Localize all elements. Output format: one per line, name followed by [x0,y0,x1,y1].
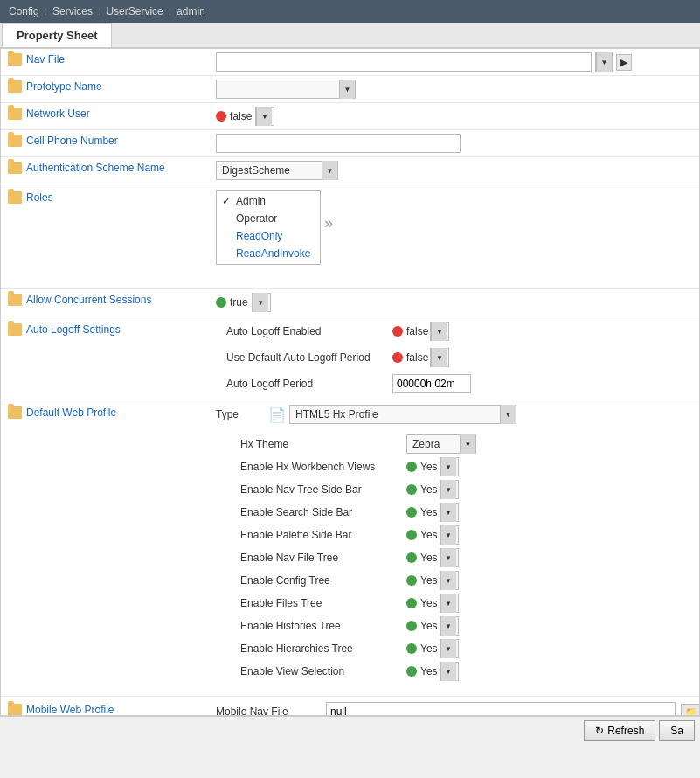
auto-logoff-label: Auto Logoff Settings [1,316,211,340]
network-user-row: Network User false ▼ [1,103,699,130]
nav-services[interactable]: Services [52,5,93,17]
enable-search-row: Enable Search Side Bar Yes ▼ [230,501,694,524]
enable-files-dot [406,598,417,608]
roles-dropdown-menu[interactable]: Admin Operator ReadOnly ReadAndInvoke [216,190,321,265]
top-navigation: Config : Services : UserService : admin [0,0,700,23]
prototype-dropdown[interactable]: ▼ [216,80,356,99]
mobile-nav-file-browse[interactable]: 📁 [681,704,700,717]
enable-files-row: Enable Files Tree Yes ▼ [230,592,694,615]
mobile-nav-file-input[interactable] [326,702,676,716]
nav-file-label: Nav File [1,49,211,70]
network-user-arrow[interactable]: ▼ [256,107,272,126]
profile-type-row: Type 📄 HTML5 Hx Profile ▼ [216,403,516,426]
prototype-arrow[interactable]: ▼ [339,80,355,99]
refresh-button[interactable]: ↻ Refresh [584,720,655,741]
nav-file-value: ▼ ▶ [211,49,699,75]
property-sheet-content: Nav File ▼ ▶ Prototype Name ▼ Network Us… [0,48,700,716]
auto-logoff-enabled-arrow[interactable]: ▼ [431,322,447,341]
allow-concurrent-arrow[interactable]: ▼ [253,293,268,312]
nav-file-input[interactable] [216,52,592,72]
enable-histories-row: Enable Histories Tree Yes ▼ [230,615,694,637]
cell-phone-value [211,130,699,156]
enable-nav-file-dot [406,552,417,563]
enable-hierarchies-dropdown[interactable]: ▼ [440,639,459,658]
auto-logoff-period-input[interactable] [392,374,471,393]
auth-scheme-dropdown[interactable]: DigestScheme ▼ [216,161,338,180]
enable-histories-dropdown[interactable]: ▼ [440,616,459,636]
auto-logoff-row: Auto Logoff Settings Auto Logoff Enabled… [1,316,699,399]
roles-option-operator[interactable]: Operator [217,210,320,227]
enable-nav-tree-dropdown[interactable]: ▼ [440,480,459,499]
enable-config-dropdown[interactable]: ▼ [440,571,459,590]
default-web-profile-label: Default Web Profile [1,399,211,423]
enable-files-dropdown[interactable]: ▼ [440,594,459,613]
nav-config[interactable]: Config [9,5,39,17]
allow-concurrent-dropdown[interactable]: ▼ [252,293,271,312]
mobile-web-profile-icon [8,704,22,716]
auto-logoff-period-row: Auto Logoff Period [216,372,471,395]
auto-logoff-enabled-dropdown[interactable]: ▼ [430,322,449,341]
default-web-profile-row: Default Web Profile Type 📄 HTML5 Hx Prof… [1,399,699,697]
use-default-logoff-arrow[interactable]: ▼ [431,348,447,367]
cell-phone-row: Cell Phone Number [1,130,699,157]
profile-type-dropdown[interactable]: HTML5 Hx Profile ▼ [289,405,516,424]
allow-concurrent-label: Allow Concurrent Sessions [1,289,211,310]
auth-scheme-arrow[interactable]: ▼ [322,161,337,180]
auto-logoff-value: Auto Logoff Enabled false ▼ Use Default … [211,316,699,399]
doc-icon: 📄 [268,406,286,423]
sep3: : [169,5,171,17]
tab-bar: Property Sheet [0,23,700,48]
enable-palette-row: Enable Palette Side Bar Yes ▼ [230,524,694,546]
nav-file-arrow[interactable]: ▼ [596,52,612,72]
prototype-folder-icon [8,80,22,93]
enable-search-dot [406,507,417,518]
roles-option-readandinvoke[interactable]: ReadAndInvoke [217,245,320,262]
auth-scheme-value: DigestScheme ▼ [211,157,699,184]
save-button[interactable]: Sa [659,720,695,741]
nav-file-row: Nav File ▼ ▶ [1,49,699,76]
prototype-name-label: Prototype Name [1,76,211,97]
sep1: : [45,5,47,17]
mobile-nav-file-row: Mobile Nav File 📁 [216,700,700,716]
bottom-bar: ↻ Refresh Sa [0,716,700,745]
nav-userservice[interactable]: UserService [106,5,163,17]
nav-file-browse-btn[interactable]: ▶ [616,54,632,71]
cell-phone-label: Cell Phone Number [1,130,211,151]
roles-option-admin[interactable]: Admin [217,192,320,210]
property-sheet-tab[interactable]: Property Sheet [2,23,112,47]
enable-view-dot [406,666,417,677]
enable-search-dropdown[interactable]: ▼ [440,503,459,522]
hx-theme-arrow[interactable]: ▼ [460,434,475,454]
enable-workbench-dropdown[interactable]: ▼ [440,457,459,476]
allow-concurrent-icon [8,294,22,306]
profile-sub-section: Hx Theme Zebra ▼ Enable Hx Workbench Vie… [216,433,694,683]
default-web-profile-value: Type 📄 HTML5 Hx Profile ▼ Hx Theme Zebra… [211,399,699,686]
enable-workbench-dot [406,462,417,472]
enable-hierarchies-row: Enable Hierarchies Tree Yes ▼ [230,637,694,660]
hx-theme-row: Hx Theme Zebra ▼ [230,433,694,455]
folder-icon [8,53,22,66]
network-user-icon [8,108,22,120]
auto-logoff-enabled-row: Auto Logoff Enabled false ▼ [216,320,449,343]
nav-file-dropdown[interactable]: ▼ [595,52,613,72]
auto-logoff-icon [8,323,22,336]
enable-nav-tree-dot [406,484,417,495]
profile-type-arrow[interactable]: ▼ [500,405,516,424]
roles-option-readonly[interactable]: ReadOnly [217,227,320,245]
hx-theme-dropdown[interactable]: Zebra ▼ [406,434,476,454]
enable-workbench-row: Enable Hx Workbench Views Yes ▼ [230,455,694,478]
enable-view-dropdown[interactable]: ▼ [440,662,459,681]
prototype-name-row: Prototype Name ▼ [1,76,699,103]
allow-concurrent-row: Allow Concurrent Sessions true ▼ [1,289,699,316]
roles-label: Roles [1,184,211,208]
use-default-logoff-dropdown[interactable]: ▼ [430,348,449,367]
network-user-dot [216,111,226,122]
enable-palette-dropdown[interactable]: ▼ [440,525,459,545]
nav-admin[interactable]: admin [177,5,205,17]
network-user-dropdown[interactable]: ▼ [255,107,274,126]
roles-row: Roles Admin Operator ReadOnly ReadAndInv… [1,184,699,289]
enable-nav-file-dropdown[interactable]: ▼ [440,548,459,567]
cell-phone-input[interactable] [216,134,461,153]
enable-config-dot [406,575,417,586]
mobile-web-profile-row: Mobile Web Profile Mobile Nav File 📁 Typ… [1,697,699,716]
